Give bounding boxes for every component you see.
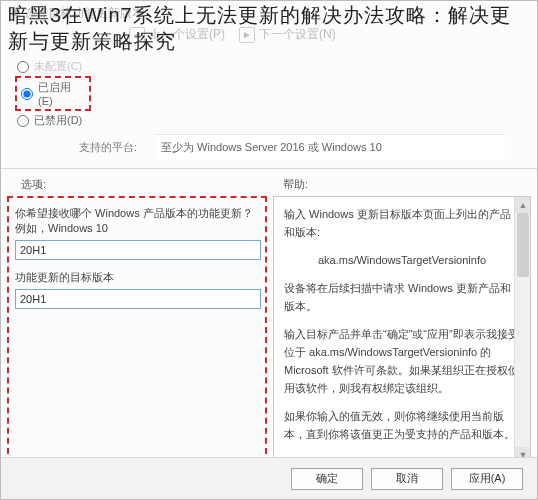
radio-disabled-input[interactable]	[17, 115, 29, 127]
scroll-up-icon[interactable]: ▲	[515, 197, 531, 213]
cancel-button[interactable]: 取消	[371, 468, 443, 490]
highlight-enabled-box: 已启用(E)	[15, 76, 91, 111]
apply-button[interactable]: 应用(A)	[451, 468, 523, 490]
dialog-footer: 确定 取消 应用(A)	[1, 457, 537, 499]
divider	[1, 168, 537, 169]
help-section-label: 帮助:	[283, 177, 517, 192]
supported-platform-label: 支持的平台:	[79, 140, 137, 155]
radio-enabled[interactable]: 已启用(E)	[19, 78, 87, 109]
help-link-text: aka.ms/WindowsTargetVersioninfo	[284, 251, 520, 269]
radio-disabled[interactable]: 已禁用(D)	[15, 111, 537, 130]
radio-enabled-input[interactable]	[21, 88, 33, 100]
product-version-question: 你希望接收哪个 Windows 产品版本的功能更新？例如，Windows 10	[15, 206, 259, 236]
scroll-thumb[interactable]	[517, 213, 529, 277]
target-version-label: 功能更新的目标版本	[15, 270, 259, 285]
ok-button[interactable]: 确定	[291, 468, 363, 490]
options-panel: 你希望接收哪个 Windows 产品版本的功能更新？例如，Windows 10 …	[7, 196, 267, 464]
help-scrollbar[interactable]: ▲ ▼	[514, 197, 530, 463]
help-text-4: 输入目标产品并单击“确定”或“应用”即表示我接受位于 aka.ms/Window…	[284, 325, 520, 397]
gpo-dialog: ▣ 选择目标功能更新版本 ◄ 上一个设置(P) ► 下一个设置(N) 未配置(C…	[0, 0, 538, 500]
help-text-5: 如果你输入的值无效，则你将继续使用当前版本，直到你将该值更正为受支持的产品和版本…	[284, 407, 520, 443]
help-text-1: 输入 Windows 更新目标版本页面上列出的产品和版本:	[284, 205, 520, 241]
target-version-input[interactable]	[15, 289, 261, 309]
help-panel: 输入 Windows 更新目标版本页面上列出的产品和版本: aka.ms/Win…	[273, 196, 531, 464]
radio-not-configured[interactable]: 未配置(C)	[15, 57, 537, 76]
product-version-input[interactable]	[15, 240, 261, 260]
article-title-overlay: 暗黑3在Win7系统上无法更新的解决办法攻略：解决更新与更新策略探究	[8, 2, 528, 54]
radio-not-configured-input[interactable]	[17, 61, 29, 73]
supported-platform-value: 至少为 Windows Server 2016 或 Windows 10	[155, 134, 505, 160]
help-text-3: 设备将在后续扫描中请求 Windows 更新产品和版本。	[284, 279, 520, 315]
options-section-label: 选项:	[21, 177, 283, 192]
